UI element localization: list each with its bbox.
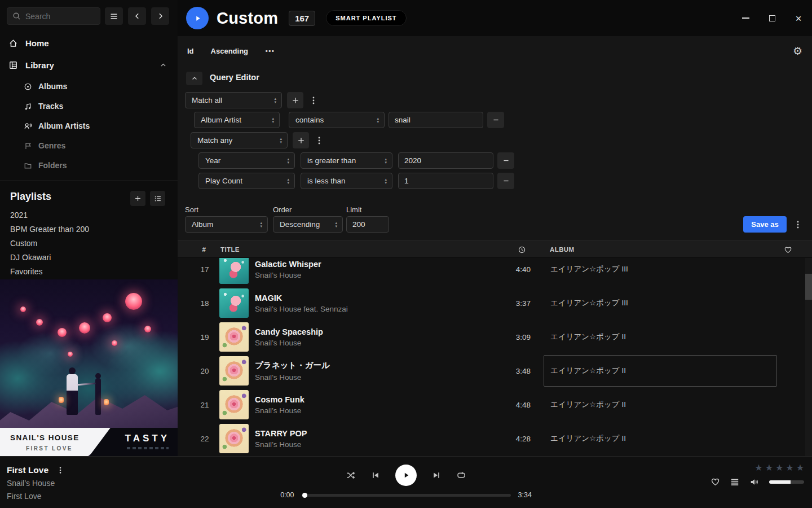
star-icon[interactable]: ★ <box>754 463 762 472</box>
chevron-up-icon[interactable] <box>160 62 167 69</box>
remove-rule-button[interactable] <box>497 152 514 169</box>
sidebar-item-genres[interactable]: Genres <box>0 139 178 152</box>
playlist-item[interactable]: BPM Greater than 200 <box>10 224 89 235</box>
track-options-button[interactable] <box>56 466 64 474</box>
track-album-cell[interactable]: エイリアン☆ポップ II <box>544 389 777 421</box>
track-row[interactable]: 19 Candy Spaceship Snail’s House 3:09 エイ… <box>178 320 812 354</box>
rule-field-select[interactable]: Album Artist ▴▾ <box>194 112 280 128</box>
rule-value-input[interactable] <box>389 112 483 128</box>
star-icon[interactable]: ★ <box>765 463 773 472</box>
now-playing-art[interactable]: SNAIL'S HOUSE FIRST LOVE TASTY <box>0 279 178 456</box>
rule-operator-select[interactable]: contains ▴▾ <box>289 112 385 128</box>
rule-field-select[interactable]: Year ▴▾ <box>198 152 295 169</box>
now-playing-album[interactable]: First Love <box>7 491 64 502</box>
repeat-button[interactable] <box>456 471 466 480</box>
sort-select[interactable]: Album ▴▾ <box>185 216 268 233</box>
track-album-cell[interactable]: エイリアン☆ポップ II <box>544 423 777 454</box>
order-select[interactable]: Descending ▴▾ <box>273 216 343 233</box>
track-row[interactable]: 18 MAGIK Snail’s House feat. Sennzai 3:3… <box>178 286 812 320</box>
star-icon[interactable]: ★ <box>785 463 793 472</box>
window-maximize-button[interactable] <box>766 12 778 24</box>
shuffle-button[interactable] <box>346 471 356 480</box>
query-editor-collapse-button[interactable] <box>186 72 202 85</box>
toolbar-sort-field[interactable]: Id <box>187 47 194 55</box>
rule-field-select[interactable]: Play Count ▴▾ <box>198 173 295 189</box>
play-button[interactable] <box>395 465 417 486</box>
track-row[interactable]: 17 Galactic Whisper Snail’s House 4:40 エ… <box>178 258 812 286</box>
playlist-play-button[interactable] <box>186 7 209 29</box>
column-album[interactable]: ALBUM <box>550 240 575 259</box>
rule-operator-select[interactable]: is greater than ▴▾ <box>301 152 392 169</box>
kebab-icon <box>56 466 64 474</box>
save-as-button[interactable]: Save as <box>743 216 787 233</box>
match-type-select[interactable]: Match any ▴▾ <box>191 132 288 148</box>
favorite-button[interactable] <box>710 477 720 487</box>
scrollbar-thumb[interactable] <box>805 274 812 300</box>
track-album-cell[interactable]: エイリアン☆ポップ III <box>544 258 777 285</box>
limit-input[interactable] <box>346 216 389 233</box>
query-rule: Album Artist ▴▾ contains ▴▾ <box>194 112 504 128</box>
star-icon[interactable]: ★ <box>775 463 783 472</box>
rule-operator-select[interactable]: is less than ▴▾ <box>301 173 392 189</box>
add-rule-button[interactable] <box>293 132 309 148</box>
favorite-heart-icon[interactable] <box>784 240 796 259</box>
group-menu-button[interactable] <box>315 136 324 145</box>
queue-button[interactable] <box>730 478 739 487</box>
toolbar-more-button[interactable]: ⋯ <box>265 46 274 56</box>
track-album-cell[interactable]: エイリアン☆ポップ II <box>544 355 777 387</box>
search-input[interactable] <box>25 12 95 21</box>
progress-handle[interactable] <box>302 493 307 498</box>
sidebar-item-label: Folders <box>38 161 67 170</box>
back-button[interactable] <box>128 7 146 25</box>
rule-value-input[interactable] <box>398 152 493 169</box>
add-rule-button[interactable] <box>287 92 303 108</box>
now-playing-artist[interactable]: Snail’s House <box>7 478 64 489</box>
playlist-item[interactable]: Custom <box>10 238 37 249</box>
sidebar-item-album-artists[interactable]: Album Artists <box>0 119 178 133</box>
player-controls: 0:00 3:34 <box>271 457 541 508</box>
column-index[interactable]: # <box>198 240 210 259</box>
sidebar-item-albums[interactable]: Albums <box>0 80 178 93</box>
sidebar-item-tracks[interactable]: Tracks <box>0 99 178 113</box>
column-title[interactable]: TITLE <box>220 240 240 259</box>
group-menu-button[interactable] <box>309 96 318 105</box>
track-row[interactable]: 21 Cosmo Funk Snail’s House 4:48 エイリアン☆ポ… <box>178 388 812 422</box>
progress-bar[interactable] <box>302 494 511 497</box>
now-playing-title[interactable]: First Love <box>7 465 48 475</box>
track-album-cell[interactable]: エイリアン☆ポップ III <box>544 287 777 319</box>
sidebar-item-library[interactable]: Library <box>0 58 178 72</box>
playlist-item[interactable]: DJ Okawari <box>10 252 51 263</box>
albums-icon <box>24 82 32 91</box>
duration-clock-icon[interactable] <box>518 240 530 259</box>
sidebar-item-folders[interactable]: Folders <box>0 159 178 172</box>
volume-slider[interactable] <box>769 480 804 484</box>
window-minimize-button[interactable] <box>740 12 751 24</box>
query-group-any: Match any ▴▾ <box>191 132 324 148</box>
volume-button[interactable] <box>749 478 759 487</box>
track-row[interactable]: 22 STARRY POP Snail’s House 4:28 エイリアン☆ポ… <box>178 422 812 456</box>
track-row[interactable]: 20 プラネット・ガール Snail’s House 3:48 エイリアン☆ポッ… <box>178 354 812 388</box>
add-playlist-button[interactable] <box>130 191 145 206</box>
playlist-item[interactable]: 2021 <box>10 209 28 221</box>
search-field[interactable] <box>7 7 100 25</box>
playlist-item[interactable]: Favorites <box>10 266 43 277</box>
track-album: エイリアン☆ポップ II <box>550 332 626 342</box>
next-button[interactable] <box>432 471 441 480</box>
previous-button[interactable] <box>371 471 380 480</box>
toolbar-sort-direction[interactable]: Ascending <box>211 47 248 55</box>
menu-button[interactable] <box>105 7 123 25</box>
remove-rule-button[interactable] <box>497 173 514 189</box>
playlist-list-button[interactable] <box>150 191 165 206</box>
track-art <box>219 258 249 284</box>
rule-value-input[interactable] <box>398 173 493 189</box>
match-type-select[interactable]: Match all ▴▾ <box>185 92 282 108</box>
next-icon <box>432 471 441 480</box>
star-icon[interactable]: ★ <box>796 463 804 472</box>
forward-button[interactable] <box>151 7 169 25</box>
track-album-cell[interactable]: エイリアン☆ポップ II <box>544 321 777 353</box>
remove-rule-button[interactable] <box>487 112 504 128</box>
window-close-button[interactable]: × <box>793 12 804 24</box>
gear-icon[interactable]: ⚙ <box>793 46 802 56</box>
query-menu-button[interactable] <box>792 216 804 233</box>
sidebar-item-home[interactable]: Home <box>0 36 178 50</box>
